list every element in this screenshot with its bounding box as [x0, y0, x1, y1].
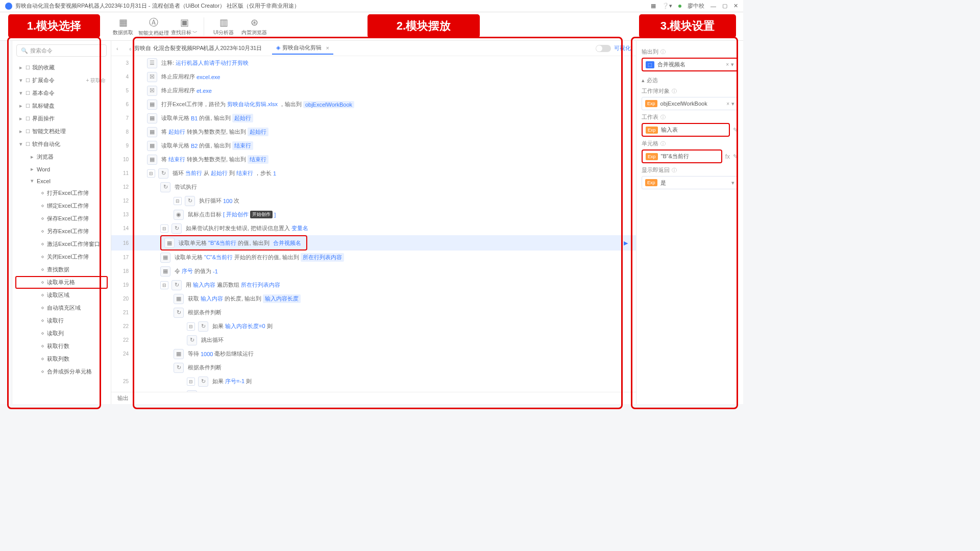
- code-row[interactable]: 11⊟↻循环当前行从起始行到结束行，步长1: [111, 166, 636, 180]
- tree-item[interactable]: ▸☐鼠标键盘: [12, 99, 111, 112]
- code-row[interactable]: 10▦将结束行转换为整数类型, 输出到结束行: [111, 153, 636, 166]
- code-row[interactable]: 6▦打开Excel工作簿，路径为剪映自动化剪辑.xlsx，输出到objExcel…: [111, 97, 636, 111]
- close-icon[interactable]: ✕: [733, 3, 738, 9]
- tree-item[interactable]: ⋄关闭Excel工作簿: [12, 251, 111, 263]
- required-section[interactable]: ▴ 必选: [642, 77, 738, 84]
- tab-flow[interactable]: ◈ 剪映自动化剪辑 ×: [272, 42, 333, 55]
- toolbar-查找目标 ﹀[interactable]: ▣查找目标 ﹀: [169, 14, 200, 39]
- help-icon[interactable]: ❔▾: [662, 3, 672, 9]
- toolbar-内置浏览器[interactable]: ⊛内置浏览器: [239, 14, 270, 39]
- code-row[interactable]: 18▦令序号的值为-1: [111, 264, 636, 278]
- tree-item[interactable]: ▾☐软件自动化: [12, 138, 111, 151]
- code-row[interactable]: 5☒终止应用程序et.exe: [111, 84, 636, 97]
- code-row[interactable]: 9▦读取单元格B2的值, 输出到结束行: [111, 139, 636, 153]
- tree-item[interactable]: ▸浏览器: [12, 151, 111, 163]
- tree-item[interactable]: ⋄激活Excel工作簿窗口: [12, 238, 111, 251]
- code-row[interactable]: 16▦读取单元格"B"&当前行的值, 输出到合并视频名▶: [111, 235, 636, 251]
- fx-icon[interactable]: fx: [725, 153, 730, 160]
- toolbar-UI分析器[interactable]: ▥UI分析器: [208, 14, 239, 39]
- tree-item[interactable]: ⋄获取行数: [12, 340, 111, 353]
- code-row[interactable]: ↻根据条件判断: [111, 361, 636, 374]
- annotation-3: 3.模块设置: [639, 14, 736, 38]
- tree-item[interactable]: ⋄读取区域: [12, 289, 111, 302]
- tree-item[interactable]: ▸☐界面操作: [12, 112, 111, 125]
- code-row[interactable]: 17▦读取单元格"C"&当前行开始的所在行的值, 输出到所在行列表内容: [111, 251, 636, 264]
- tree-item[interactable]: ▾☐扩展命令+ 获取命: [12, 74, 111, 87]
- prop-return-label: 显示即返回ⓘ: [642, 166, 738, 174]
- prop-sheet-field[interactable]: Exp输入表: [642, 123, 730, 137]
- prop-cell-label: 单元格ⓘ: [642, 140, 738, 147]
- left-strip: [0, 41, 12, 404]
- tree-item[interactable]: ⋄打开Excel工作簿: [12, 187, 111, 199]
- app-logo: [5, 3, 12, 10]
- property-panel: 输出到ⓘ ⬚ 合并视频名×▾ ▴ 必选 工作簿对象ⓘ ExpobjExcelWo…: [636, 41, 743, 404]
- search-input[interactable]: 搜索命令: [16, 44, 107, 57]
- grid-icon[interactable]: ▦: [651, 3, 656, 9]
- code-row[interactable]: 14⊟↻如果尝试执行时发生错误, 把错误信息置入变量名: [111, 221, 636, 235]
- annotation-1: 1.模块选择: [8, 14, 100, 38]
- tab-close-icon[interactable]: ×: [326, 45, 329, 51]
- code-row[interactable]: 12↻尝试执行: [111, 180, 636, 194]
- command-sidebar: 搜索命令 ▸☐我的收藏▾☐扩展命令+ 获取命▾☐基本命令▸☐鼠标键盘▸☐界面操作…: [12, 41, 111, 404]
- editor-tabs: ‹ ⬨ 剪映自化混合裂变视频RPA机器人2023年10月31日 ◈ 剪映自动化剪…: [111, 41, 636, 56]
- tree-item[interactable]: ⋄读取行: [12, 314, 111, 327]
- tree-item[interactable]: ⋄获取列数: [12, 353, 111, 365]
- toolbar-数据抓取[interactable]: ▦数据抓取: [108, 14, 138, 39]
- view-toggle[interactable]: [596, 45, 611, 52]
- code-row[interactable]: 22⊟↻如果输入内容长度=0则: [111, 319, 636, 333]
- edit-icon[interactable]: ✎: [733, 127, 738, 134]
- maximize-icon[interactable]: ▢: [722, 3, 727, 9]
- tree-item[interactable]: ⋄自动填充区域: [12, 302, 111, 314]
- var-badge: ⬚: [646, 61, 654, 68]
- code-row[interactable]: 26↻尝试执行: [111, 388, 636, 392]
- tree-item[interactable]: ⋄读取单元格: [15, 276, 108, 289]
- tree-item[interactable]: ▾☐基本命令: [12, 87, 111, 99]
- title-bar: 剪映自动化混合裂变视频RPA机器人2023年10月31日 - 流程创造者（UiB…: [0, 0, 743, 12]
- prop-cell-field[interactable]: Exp"B"&当前行: [642, 149, 722, 163]
- tree-item[interactable]: ▸☐我的收藏: [12, 61, 111, 74]
- code-row[interactable]: 7▦读取单元格B1的值, 输出到起始行: [111, 111, 636, 125]
- code-area[interactable]: 3☰注释:运行机器人前请手动打开剪映4☒终止应用程序excel.exe5☒终止应…: [111, 56, 636, 392]
- code-row[interactable]: 8▦将起始行转换为整数类型, 输出到起始行: [111, 125, 636, 139]
- minimize-icon[interactable]: —: [710, 3, 716, 9]
- tree-item[interactable]: ▸☐智能文档处理: [12, 125, 111, 138]
- toolbar-智能文档处理[interactable]: Ⓐ智能文档处理: [138, 14, 169, 39]
- prop-return-field[interactable]: Exp是▾: [642, 176, 738, 189]
- tree-item[interactable]: ⋄查找数据: [12, 263, 111, 276]
- code-row[interactable]: 22↻跳出循环: [111, 333, 636, 347]
- tab-project[interactable]: ⬨ 剪映自化混合裂变视频RPA机器人2023年10月31日: [125, 42, 266, 54]
- prop-output-label: 输出到ⓘ: [642, 48, 738, 56]
- code-row[interactable]: 13◉鼠标点击目标[ 开始创作开始创作]: [111, 208, 636, 221]
- visual-label: 可视化: [614, 44, 631, 52]
- edit-icon[interactable]: ✎: [733, 153, 738, 160]
- user-name[interactable]: 廖中校: [688, 2, 704, 10]
- code-row[interactable]: 12⊟↻执行循环100次: [111, 194, 636, 208]
- editor-area: ‹ ⬨ 剪映自化混合裂变视频RPA机器人2023年10月31日 ◈ 剪映自动化剪…: [111, 41, 636, 404]
- code-row[interactable]: 19⊟↻用输入内容遍历数组所在行列表内容: [111, 278, 636, 292]
- tree-item[interactable]: ▾Excel: [12, 175, 111, 187]
- command-tree: ▸☐我的收藏▾☐扩展命令+ 获取命▾☐基本命令▸☐鼠标键盘▸☐界面操作▸☐智能文…: [12, 60, 111, 404]
- prop-workbook-field[interactable]: ExpobjExcelWorkBook×▾: [642, 97, 738, 110]
- code-row[interactable]: 21↻根据条件判断: [111, 306, 636, 319]
- code-row[interactable]: 24▦等待1000毫秒后继续运行: [111, 347, 636, 361]
- tree-item[interactable]: ⋄另存Excel工作簿: [12, 225, 111, 238]
- prop-output-field[interactable]: ⬚ 合并视频名×▾: [642, 58, 738, 71]
- tree-item[interactable]: ▸Word: [12, 163, 111, 175]
- back-icon[interactable]: ‹: [116, 45, 118, 52]
- status-dot: [678, 5, 681, 8]
- prop-workbook-label: 工作簿对象ⓘ: [642, 87, 738, 95]
- prop-sheet-label: 工作表ⓘ: [642, 113, 738, 121]
- code-row[interactable]: 4☒终止应用程序excel.exe: [111, 70, 636, 84]
- tree-item[interactable]: ⋄绑定Excel工作簿: [12, 199, 111, 212]
- tree-item[interactable]: ⋄合并或拆分单元格: [12, 365, 111, 378]
- annotation-2: 2.模块摆放: [368, 14, 480, 38]
- code-row[interactable]: 3☰注释:运行机器人前请手动打开剪映: [111, 56, 636, 70]
- code-row[interactable]: 20▦获取输入内容的长度, 输出到输入内容长度: [111, 292, 636, 306]
- tree-item[interactable]: ⋄保存Excel工作簿: [12, 212, 111, 225]
- window-title: 剪映自动化混合裂变视频RPA机器人2023年10月31日 - 流程创造者（UiB…: [15, 2, 651, 10]
- code-row[interactable]: 25⊟↻如果序号=-1则: [111, 374, 636, 388]
- output-bar[interactable]: 输出: [111, 392, 636, 404]
- tree-item[interactable]: ⋄读取列: [12, 327, 111, 340]
